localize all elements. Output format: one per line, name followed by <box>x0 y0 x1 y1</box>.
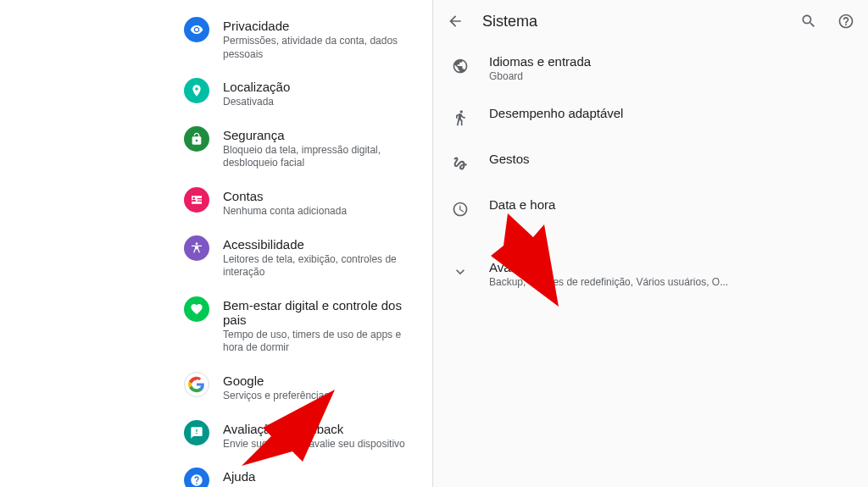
setting-row-security[interactable]: Segurança Bloqueio da tela, impressão di… <box>0 118 432 179</box>
wellbeing-icon <box>184 296 209 322</box>
search-icon[interactable] <box>798 11 819 31</box>
setting-row-help[interactable]: Ajuda Tutoriais e solução de problemas <box>0 459 432 487</box>
system-row-languages[interactable]: Idiomas e entrada Gboard <box>433 42 868 94</box>
chevron-down-icon <box>450 262 470 282</box>
languages-sub: Gboard <box>489 70 851 82</box>
privacy-text: Privacidade Permissões, atividade da con… <box>223 17 422 61</box>
performance-text: Desempenho adaptável <box>489 106 851 120</box>
feedback-title: Avaliação e feedback <box>223 422 422 436</box>
accounts-icon <box>184 187 209 213</box>
wellbeing-title: Bem-estar digital e controle dos pais <box>223 298 422 327</box>
help-icon <box>184 468 209 487</box>
setting-row-wellbeing[interactable]: Bem-estar digital e controle dos pais Te… <box>0 288 432 363</box>
help-outline-icon[interactable] <box>836 11 856 31</box>
location-sub: Desativada <box>223 96 422 109</box>
setting-row-accessibility[interactable]: Acessibilidade Leitores de tela, exibiçã… <box>0 227 432 288</box>
accessibility-sub: Leitores de tela, exibição, controles de… <box>223 253 422 279</box>
languages-text: Idiomas e entrada Gboard <box>489 54 851 82</box>
location-title: Localização <box>223 80 422 94</box>
accounts-title: Contas <box>223 189 422 203</box>
privacy-title: Privacidade <box>223 19 422 33</box>
google-text: Google Serviços e preferências <box>223 372 422 403</box>
security-icon <box>184 126 209 152</box>
system-row-advanced[interactable]: Avançado Backup, Opções de redefinição, … <box>433 248 868 300</box>
gestures-title: Gestos <box>489 152 851 166</box>
system-row-datetime[interactable]: Data e hora <box>433 185 868 231</box>
system-settings-panel: Sistema Idiomas e entrada Gboard Desempe… <box>432 0 868 487</box>
accounts-text: Contas Nenhuma conta adicionada <box>223 187 422 219</box>
feedback-sub: Envie sugestões e avalie seu dispositivo <box>223 438 422 451</box>
help-text: Ajuda Tutoriais e solução de problemas <box>223 468 422 487</box>
google-title: Google <box>223 374 422 388</box>
setting-row-accounts[interactable]: Contas Nenhuma conta adicionada <box>0 179 432 227</box>
accessibility-text: Acessibilidade Leitores de tela, exibiçã… <box>223 235 422 279</box>
spacer <box>433 231 868 248</box>
google-icon <box>184 372 209 397</box>
wellbeing-text: Bem-estar digital e controle dos pais Te… <box>223 296 422 355</box>
privacy-sub: Permissões, atividade da conta, dados pe… <box>223 35 422 61</box>
advanced-text: Avançado Backup, Opções de redefinição, … <box>489 260 851 288</box>
feedback-text: Avaliação e feedback Envie sugestões e a… <box>223 420 422 451</box>
location-icon <box>184 78 209 103</box>
location-text: Localização Desativada <box>223 78 422 109</box>
security-sub: Bloqueio da tela, impressão digital, des… <box>223 144 422 170</box>
system-row-performance[interactable]: Desempenho adaptável <box>433 94 868 140</box>
datetime-text: Data e hora <box>489 197 851 212</box>
setting-row-google[interactable]: Google Serviços e preferências <box>0 363 432 412</box>
globe-icon <box>450 56 470 76</box>
security-title: Segurança <box>223 128 422 142</box>
back-button[interactable] <box>445 11 465 31</box>
advanced-sub: Backup, Opções de redefinição, Vários us… <box>489 276 851 288</box>
accounts-sub: Nenhuma conta adicionada <box>223 205 422 219</box>
help-title: Ajuda <box>223 469 422 484</box>
setting-row-location[interactable]: Localização Desativada <box>0 69 432 118</box>
advanced-title: Avançado <box>489 260 851 274</box>
google-sub: Serviços e preferências <box>223 390 422 403</box>
feedback-icon <box>184 420 209 445</box>
setting-row-feedback[interactable]: Avaliação e feedback Envie sugestões e a… <box>0 412 432 460</box>
gestures-icon <box>450 153 470 174</box>
clock-icon <box>450 199 470 219</box>
performance-icon <box>450 108 470 128</box>
privacy-icon <box>184 17 209 42</box>
system-header: Sistema <box>433 0 868 42</box>
setting-row-privacy[interactable]: Privacidade Permissões, atividade da con… <box>0 8 432 69</box>
languages-title: Idiomas e entrada <box>489 54 851 69</box>
security-text: Segurança Bloqueio da tela, impressão di… <box>223 126 422 170</box>
accessibility-title: Acessibilidade <box>223 237 422 252</box>
accessibility-icon <box>184 235 209 261</box>
system-header-title: Sistema <box>482 13 782 30</box>
system-row-gestures[interactable]: Gestos <box>433 140 868 185</box>
gestures-text: Gestos <box>489 152 851 166</box>
datetime-title: Data e hora <box>489 197 851 212</box>
wellbeing-sub: Tempo de uso, timers de uso de apps e ho… <box>223 329 422 355</box>
performance-title: Desempenho adaptável <box>489 106 851 120</box>
settings-main-list: Privacidade Permissões, atividade da con… <box>0 0 432 487</box>
